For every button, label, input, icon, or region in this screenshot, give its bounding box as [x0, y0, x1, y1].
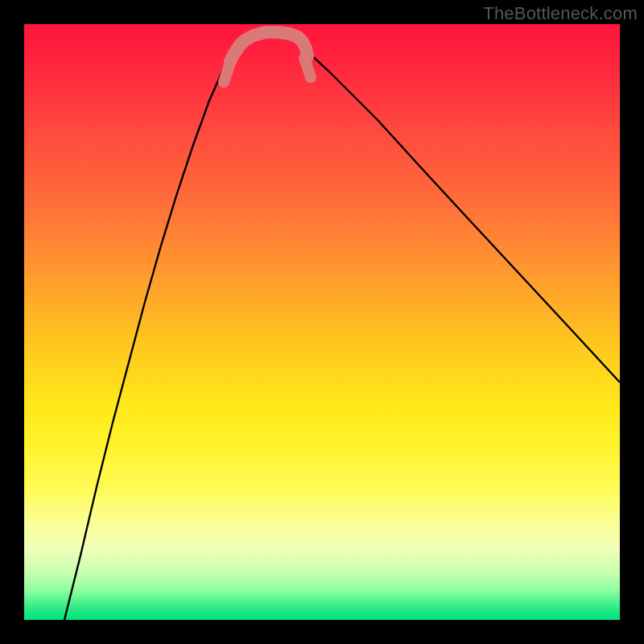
plot-area: [24, 24, 620, 620]
left-curve: [64, 48, 237, 620]
curve-group: [64, 32, 620, 620]
curves-svg: [24, 24, 620, 620]
pink-marker-path: [230, 32, 308, 61]
attribution-text: TheBottleneck.com: [483, 3, 638, 24]
chart-frame: TheBottleneck.com: [0, 0, 644, 644]
right-curve: [302, 48, 620, 382]
